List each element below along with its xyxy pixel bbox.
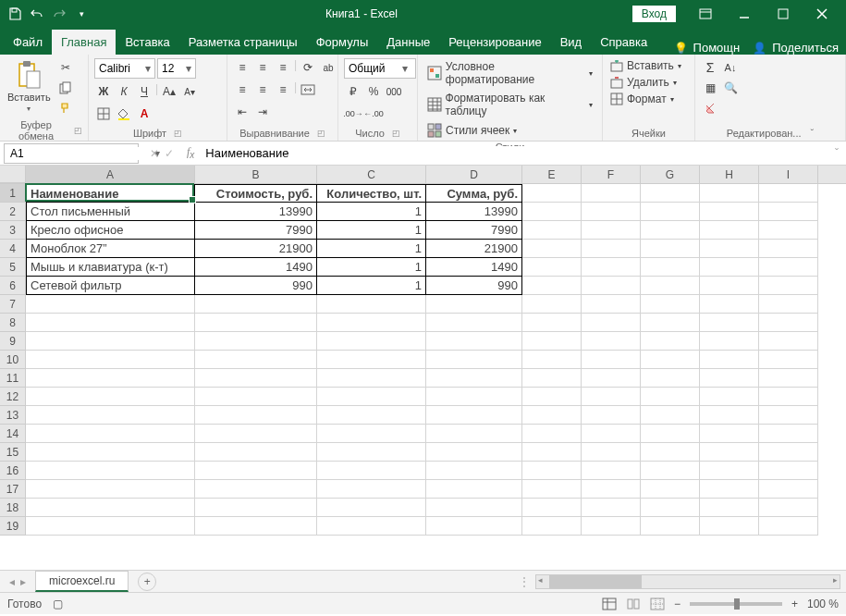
- minimize-icon[interactable]: [726, 0, 763, 27]
- align-launcher-icon[interactable]: ◰: [317, 129, 325, 138]
- cell[interactable]: [317, 332, 426, 351]
- cell[interactable]: [759, 406, 818, 425]
- cell[interactable]: [426, 332, 522, 351]
- cell[interactable]: Кресло офисное: [26, 221, 195, 240]
- cell[interactable]: [641, 184, 700, 203]
- tell-me-icon[interactable]: 💡: [674, 42, 688, 55]
- col-header-E[interactable]: E: [522, 166, 582, 183]
- cell[interactable]: [195, 517, 317, 536]
- cell[interactable]: [426, 443, 522, 462]
- cell[interactable]: [700, 517, 759, 536]
- row-header-17[interactable]: 17: [0, 480, 26, 499]
- formula-input[interactable]: [200, 146, 828, 160]
- share-label[interactable]: Поделиться: [772, 41, 839, 55]
- row-header-13[interactable]: 13: [0, 406, 26, 425]
- cell[interactable]: [641, 351, 700, 369]
- cell[interactable]: [641, 314, 700, 332]
- cell[interactable]: [582, 203, 641, 221]
- select-all-corner[interactable]: [0, 166, 26, 183]
- cell[interactable]: Моноблок 27”: [26, 240, 195, 258]
- cell[interactable]: [195, 332, 317, 351]
- percent-icon[interactable]: %: [364, 82, 383, 101]
- cell[interactable]: [582, 240, 641, 258]
- cell[interactable]: [641, 406, 700, 425]
- copy-icon[interactable]: [56, 79, 75, 97]
- cell[interactable]: Сетевой фильтр: [26, 277, 195, 295]
- cell[interactable]: [26, 314, 195, 332]
- tab-file[interactable]: Файл: [4, 30, 52, 55]
- cell[interactable]: [522, 480, 582, 499]
- cell[interactable]: [26, 388, 195, 406]
- cell[interactable]: [426, 499, 522, 517]
- cell[interactable]: [641, 221, 700, 240]
- cell[interactable]: [522, 443, 582, 462]
- col-header-G[interactable]: G: [641, 166, 700, 183]
- orientation-icon[interactable]: ⟳: [299, 58, 317, 77]
- align-middle-icon[interactable]: ≡: [253, 58, 272, 77]
- cell[interactable]: [759, 314, 818, 332]
- wrap-text-icon[interactable]: ab: [319, 58, 337, 77]
- cell[interactable]: Количество, шт.: [317, 184, 426, 203]
- cell[interactable]: [522, 221, 582, 240]
- cell[interactable]: [317, 480, 426, 499]
- increase-font-icon[interactable]: A▴: [160, 82, 178, 101]
- cell[interactable]: 1: [317, 203, 426, 221]
- cell[interactable]: [195, 425, 317, 443]
- tab-help[interactable]: Справка: [591, 30, 656, 55]
- zoom-in-icon[interactable]: +: [791, 598, 798, 610]
- cell[interactable]: [582, 499, 641, 517]
- cell[interactable]: [700, 499, 759, 517]
- cell[interactable]: [759, 425, 818, 443]
- login-button[interactable]: Вход: [632, 6, 676, 22]
- cell[interactable]: [759, 351, 818, 369]
- cell[interactable]: [700, 240, 759, 258]
- cell[interactable]: [195, 443, 317, 462]
- align-top-icon[interactable]: ≡: [233, 58, 251, 77]
- cell[interactable]: [582, 221, 641, 240]
- cell[interactable]: [759, 240, 818, 258]
- row-header-3[interactable]: 3: [0, 221, 26, 240]
- cell[interactable]: Мышь и клавиатура (к-т): [26, 258, 195, 277]
- cell[interactable]: [641, 388, 700, 406]
- cell[interactable]: [426, 480, 522, 499]
- cell[interactable]: [582, 351, 641, 369]
- sort-filter-icon[interactable]: A↓: [721, 58, 740, 77]
- cell-styles-button[interactable]: Стили ячеек▾: [423, 121, 521, 140]
- row-header-4[interactable]: 4: [0, 240, 26, 258]
- cell[interactable]: [759, 258, 818, 277]
- cell[interactable]: 7990: [426, 221, 522, 240]
- cell[interactable]: [195, 462, 317, 480]
- cell[interactable]: [426, 517, 522, 536]
- cell[interactable]: [700, 480, 759, 499]
- italic-button[interactable]: К: [115, 82, 133, 101]
- cell[interactable]: [195, 499, 317, 517]
- cell[interactable]: [522, 240, 582, 258]
- cell[interactable]: [641, 295, 700, 314]
- tab-layout[interactable]: Разметка страницы: [179, 30, 307, 55]
- cell[interactable]: [582, 258, 641, 277]
- decrease-decimal-icon[interactable]: ←.00: [364, 105, 383, 123]
- cell[interactable]: [641, 499, 700, 517]
- cell[interactable]: [641, 277, 700, 295]
- cell[interactable]: [317, 443, 426, 462]
- tab-view[interactable]: Вид: [551, 30, 592, 55]
- cell[interactable]: [317, 425, 426, 443]
- cell[interactable]: [426, 351, 522, 369]
- cell[interactable]: [582, 443, 641, 462]
- autosum-icon[interactable]: Σ: [701, 58, 719, 77]
- cell[interactable]: [522, 184, 582, 203]
- cell[interactable]: [700, 332, 759, 351]
- align-bottom-icon[interactable]: ≡: [274, 58, 292, 77]
- cell[interactable]: Наименование: [26, 184, 195, 203]
- cell[interactable]: [759, 480, 818, 499]
- view-normal-icon[interactable]: [602, 598, 617, 610]
- paste-button[interactable]: Вставить ▾: [6, 58, 53, 115]
- cell[interactable]: 990: [195, 277, 317, 295]
- cell[interactable]: [26, 351, 195, 369]
- row-header-19[interactable]: 19: [0, 517, 26, 536]
- cell[interactable]: [317, 351, 426, 369]
- insert-cells-button[interactable]: Вставить▾: [608, 58, 683, 73]
- cell[interactable]: [195, 351, 317, 369]
- cell[interactable]: [641, 203, 700, 221]
- cell[interactable]: [195, 480, 317, 499]
